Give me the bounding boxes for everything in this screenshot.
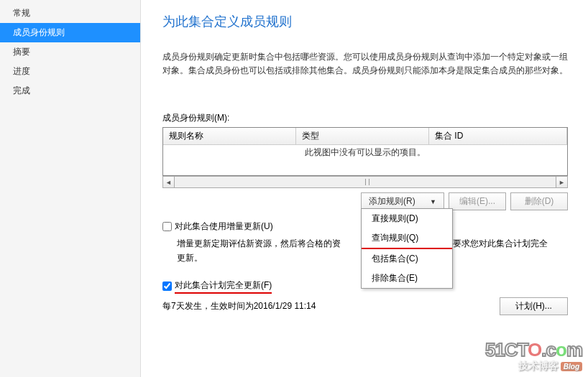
table-body: 此视图中没有可以显示的项目。: [163, 145, 567, 175]
table-header-type[interactable]: 类型: [296, 128, 429, 144]
rules-table: 规则名称 类型 集合 ID 此视图中没有可以显示的项目。: [162, 127, 568, 176]
dropdown-exclude-collection[interactable]: 排除集合(E): [362, 269, 452, 288]
sidebar-item-summary[interactable]: 摘要: [0, 42, 140, 62]
main-panel: 为此集合定义成员规则 成员身份规则确定更新时集合中包括哪些资源。您可以使用成员身…: [141, 0, 588, 377]
scroll-left-button[interactable]: ◄: [162, 176, 175, 188]
add-rule-dropdown: 直接规则(D) 查询规则(Q) 包括集合(C) 排除集合(E): [361, 208, 453, 289]
sidebar-item-completion[interactable]: 完成: [0, 81, 140, 101]
dropdown-include-collection[interactable]: 包括集合(C): [362, 249, 452, 269]
table-header-name[interactable]: 规则名称: [163, 128, 296, 144]
sidebar-item-progress[interactable]: 进度: [0, 62, 140, 81]
add-rule-label: 添加规则(R): [369, 195, 415, 208]
dropdown-query-rule[interactable]: 查询规则(Q): [362, 228, 452, 249]
scroll-thumb[interactable]: [365, 179, 369, 185]
page-description: 成员身份规则确定更新时集合中包括哪些资源。您可以使用成员身份规则从查询中添加一个…: [162, 50, 568, 78]
incremental-update-label[interactable]: 对此集合使用增量更新(U): [175, 220, 273, 233]
delete-button[interactable]: 删除(D): [510, 192, 568, 210]
horizontal-scrollbar[interactable]: ◄ ►: [162, 176, 568, 188]
scroll-track[interactable]: [175, 176, 556, 188]
rules-label: 成员身份规则(M):: [162, 112, 568, 124]
edit-button[interactable]: 编辑(E)...: [449, 192, 506, 210]
scroll-right-button[interactable]: ►: [556, 176, 568, 188]
page-title: 为此集合定义成员规则: [162, 13, 568, 30]
sidebar-item-general[interactable]: 常规: [0, 4, 140, 23]
sidebar-item-membership-rules[interactable]: 成员身份规则: [0, 23, 140, 42]
full-update-checkbox[interactable]: [162, 281, 172, 291]
full-update-label[interactable]: 对此集合计划完全更新(F): [175, 279, 272, 294]
table-header: 规则名称 类型 集合 ID: [163, 128, 567, 145]
caret-down-icon: ▼: [430, 198, 436, 205]
plan-button[interactable]: 计划(H)...: [500, 297, 568, 315]
incremental-update-checkbox[interactable]: [162, 222, 172, 231]
table-header-collection-id[interactable]: 集合 ID: [429, 128, 567, 144]
dropdown-direct-rule[interactable]: 直接规则(D): [362, 209, 452, 228]
schedule-text: 每7天发生，生效时间为2016/1/29 11:14: [162, 300, 500, 312]
empty-rows-text: 此视图中没有可以显示的项目。: [305, 146, 426, 159]
wizard-sidebar: 常规 成员身份规则 摘要 进度 完成: [0, 0, 141, 377]
